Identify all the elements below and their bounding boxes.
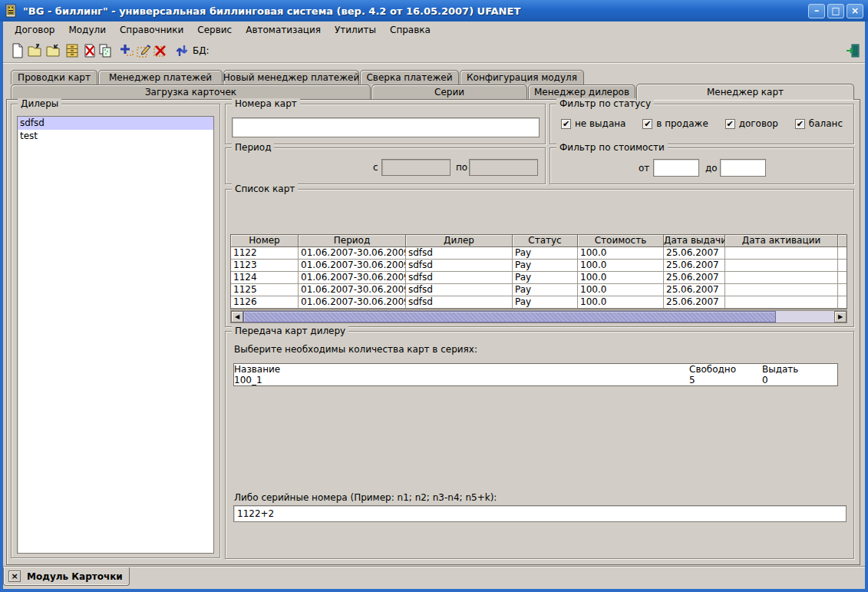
card-numbers-input[interactable] (232, 117, 540, 137)
column-header[interactable]: Свободно (689, 364, 762, 375)
maximize-button[interactable]: □ (827, 4, 844, 18)
series-table: Название Свободно Выдать 100_1 5 0 (233, 363, 838, 386)
period-group-title: Период (232, 142, 274, 153)
table-row[interactable]: 1125 01.06.2007-30.06.2009 sdfsd Pay 100… (231, 284, 847, 296)
new-document-icon[interactable] (9, 42, 26, 59)
menu-servis[interactable]: Сервис (190, 23, 239, 37)
open-folder-out-icon[interactable] (45, 42, 62, 59)
cell-status: Pay (513, 284, 578, 296)
cell-filler (838, 284, 847, 296)
cell-dealer: sdfsd (406, 272, 513, 284)
checkbox-ne-vydana[interactable]: ✔ не выдана (561, 118, 625, 129)
cell-number: 1125 (231, 284, 299, 296)
open-folder-in-icon[interactable] (27, 42, 44, 59)
remove-item-icon[interactable] (151, 42, 168, 59)
table-row[interactable]: 1124 01.06.2007-30.06.2009 sdfsd Pay 100… (231, 272, 847, 284)
scroll-left-icon[interactable]: ◀ (231, 311, 243, 322)
refresh-icon[interactable] (173, 42, 190, 59)
column-header[interactable]: Номер (231, 235, 299, 247)
column-header[interactable]: Статус (513, 235, 578, 247)
cell-period: 01.06.2007-30.06.2009 (299, 296, 406, 309)
cell-status: Pay (513, 260, 578, 272)
checkbox-v-prodazhe[interactable]: ✔ в продаже (642, 118, 708, 129)
cell-cost: 100.0 (578, 272, 664, 284)
menu-avtomatizatsiya[interactable]: Автоматизация (239, 23, 328, 37)
menu-utility[interactable]: Утилиты (328, 23, 383, 37)
scrollbar-thumb[interactable] (243, 311, 776, 322)
tab-konfiguratsiya-modulya[interactable]: Конфигурация модуля (460, 70, 584, 84)
cell-period: 01.06.2007-30.06.2009 (299, 284, 406, 296)
cell-activation-date (725, 284, 838, 296)
menu-dogovor[interactable]: Договор (8, 23, 61, 37)
cell-issue-date: 25.06.2007 (664, 284, 725, 296)
checkbox-label: баланс (809, 118, 843, 129)
close-button[interactable]: × (847, 4, 863, 18)
tab-novyy-menedzher-platezhey[interactable]: Новый менеджер платежей (223, 70, 359, 84)
cost-to-label: до (705, 163, 718, 174)
tab-menedzher-platezhey[interactable]: Менеджер платежей (98, 70, 223, 84)
cell-issue-date: 25.06.2007 (664, 260, 725, 272)
cell-activation-date (725, 272, 838, 284)
list-item[interactable]: test (18, 130, 213, 143)
tab-zagruzka-kartochek[interactable]: Загрузка карточек (11, 84, 371, 99)
list-item[interactable]: sdfsd (18, 117, 213, 130)
column-header[interactable]: Дата активации (725, 235, 838, 247)
delete-document-icon[interactable] (81, 42, 98, 59)
period-to-input[interactable] (469, 159, 538, 176)
menu-spravochniki[interactable]: Справочники (113, 23, 190, 37)
title-bar: "BG - биллинг" - универсальная биллингов… (0, 0, 868, 21)
tab-sverka-platezhey[interactable]: Сверка платежей (360, 70, 459, 84)
cell-number: 1124 (231, 272, 299, 284)
period-from-input[interactable] (381, 159, 451, 176)
cell-period: 01.06.2007-30.06.2009 (299, 272, 406, 284)
add-item-icon[interactable] (118, 42, 135, 59)
column-header[interactable]: Дилер (406, 235, 513, 247)
series-table-header: Название Свободно Выдать (234, 364, 837, 375)
scroll-right-icon[interactable]: ▶ (834, 311, 847, 322)
close-module-icon[interactable]: × (8, 571, 21, 582)
cost-to-input[interactable] (720, 159, 766, 177)
tab-provodki-kart[interactable]: Проводки карт (11, 70, 97, 84)
cost-from-label: от (639, 163, 649, 174)
column-header[interactable]: Дата выдачи (664, 235, 725, 247)
card-numbers-title: Номера карт (232, 98, 300, 109)
cards-table-header: Номер Период Дилер Статус Стоимость Дата… (231, 235, 847, 247)
checkbox-label: договор (739, 118, 778, 129)
cell-filler (838, 272, 847, 284)
table-row[interactable]: 1122 01.06.2007-30.06.2009 sdfsd Pay 100… (231, 247, 847, 260)
tab-menedzher-kart[interactable]: Менеджер карт (636, 84, 854, 100)
table-row[interactable]: 100_1 5 0 (234, 375, 837, 385)
serial-numbers-input[interactable] (233, 505, 847, 522)
checkbox-check-icon: ✔ (642, 119, 652, 129)
transfer-instruction: Выберите необходимы количества карт в се… (234, 344, 477, 355)
dealers-group-title: Дилеры (18, 98, 61, 109)
exit-icon[interactable] (844, 42, 861, 59)
table-row[interactable]: 1123 01.06.2007-30.06.2009 sdfsd Pay 100… (231, 260, 847, 272)
cost-from-input[interactable] (653, 159, 699, 177)
cell-activation-date (725, 296, 838, 309)
db-label: БД: (193, 45, 210, 56)
cost-filter-title: Фильтр по стоимости (556, 142, 668, 153)
menu-spravka[interactable]: Справка (383, 23, 437, 37)
column-header[interactable]: Название (234, 364, 689, 375)
table-row[interactable]: 1126 01.06.2007-30.06.2009 sdfsd Pay 100… (231, 296, 847, 309)
tab-serii[interactable]: Серии (371, 84, 527, 99)
column-header[interactable]: Период (299, 235, 406, 247)
scrollbar-track[interactable] (776, 311, 834, 322)
edit-item-icon[interactable] (135, 42, 152, 59)
column-header[interactable]: Выдать (762, 364, 837, 375)
checkbox-dogovor[interactable]: ✔ договор (725, 118, 778, 129)
application-window: "BG - биллинг" - универсальная биллингов… (0, 0, 868, 592)
checkbox-balans[interactable]: ✔ баланс (795, 118, 843, 129)
module-tab-kartochki[interactable]: × Модуль Карточки (3, 567, 130, 586)
copy-document-icon[interactable] (97, 42, 114, 59)
column-header[interactable]: Стоимость (578, 235, 664, 247)
tab-menedzher-dilerov[interactable]: Менеджер дилеров (528, 84, 635, 99)
cell-activation-date (725, 247, 838, 260)
card-storage-icon[interactable] (64, 42, 81, 59)
window-border-right (865, 18, 868, 592)
minimize-button[interactable]: – (808, 4, 825, 18)
cell-filler (838, 247, 847, 260)
cards-table: Номер Период Дилер Статус Стоимость Дата… (230, 234, 847, 309)
menu-moduli[interactable]: Модули (61, 23, 113, 37)
